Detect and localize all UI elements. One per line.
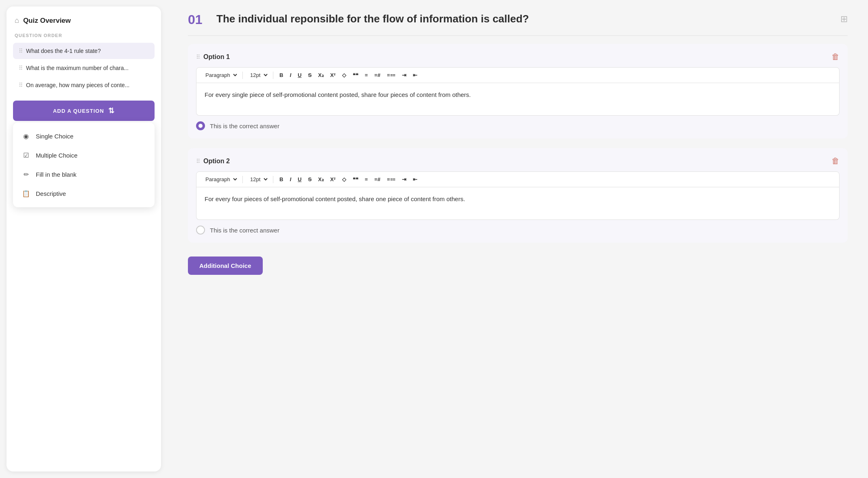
toolbar-divider-2 [273, 72, 273, 79]
question-type-descriptive[interactable]: 📋 Descriptive [13, 184, 155, 203]
question-type-single[interactable]: ◉ Single Choice [13, 127, 155, 146]
option-title-row: ⠿ Option 2 [196, 158, 230, 165]
unordered-list-button[interactable]: ≡ [363, 175, 370, 184]
sidebar-question-item[interactable]: ⠿ What does the 4-1 rule state? [13, 43, 155, 59]
ordered-list-button[interactable]: ≡# [372, 175, 382, 184]
unordered-list-button[interactable]: ≡ [363, 71, 370, 79]
code-button[interactable]: ◇ [340, 71, 348, 79]
drag-handle-icon: ⠿ [19, 82, 22, 88]
option-title-row: ⠿ Option 1 [196, 53, 230, 61]
bold-button[interactable]: B [277, 71, 285, 79]
question-number: 01 [188, 12, 208, 27]
superscript-button[interactable]: X² [328, 175, 338, 184]
additional-choice-button[interactable]: Additional Choice [188, 257, 263, 275]
underline-button[interactable]: U [296, 71, 303, 79]
question-title: The individual reponsible for the flow o… [216, 12, 832, 26]
correct-answer-label-2: This is the correct answer [210, 227, 279, 234]
underline-button[interactable]: U [296, 175, 303, 184]
correct-radio[interactable] [196, 226, 205, 235]
editor-toolbar-1: Paragraph 12pt B I U S X₂ X² ◇ ❝❝ ≡ ≡# ≡… [196, 67, 840, 83]
font-size-select-2[interactable]: 12pt [247, 175, 269, 184]
correct-answer-row-1: This is the correct answer [196, 121, 840, 130]
editor-toolbar-2: Paragraph 12pt B I U S X₂ X² ◇ ❝❝ ≡ ≡# ≡… [196, 171, 840, 187]
multiple-type-label: Multiple Choice [36, 152, 78, 159]
options-container: ⠿ Option 1 🗑 Paragraph 12pt B I U S X₂ [188, 44, 848, 243]
question-header: 01 The individual reponsible for the flo… [188, 12, 848, 36]
bold-button[interactable]: B [277, 175, 285, 184]
copy-icon[interactable]: ⊞ [840, 14, 848, 24]
option-header-2: ⠿ Option 2 🗑 [196, 156, 840, 166]
option-label-2: Option 2 [203, 158, 230, 165]
indent-button[interactable]: ⇥ [400, 175, 408, 184]
descriptive-type-label: Descriptive [36, 190, 66, 197]
ordered-list-button[interactable]: ≡# [372, 71, 382, 79]
question-type-fill[interactable]: ✏ Fill in the blank [13, 165, 155, 184]
main-content: 01 The individual reponsible for the flo… [168, 0, 868, 478]
home-icon: ⌂ [15, 16, 19, 25]
multiple-type-icon: ☑ [22, 151, 30, 159]
add-question-label: ADD A QUESTION [53, 108, 104, 114]
toolbar-divider [242, 72, 243, 79]
italic-button[interactable]: I [288, 71, 293, 79]
question-type-menu: ◉ Single Choice ☑ Multiple Choice ✏ Fill… [13, 123, 155, 207]
drag-handle-icon: ⠿ [19, 65, 22, 71]
question-order-label: QUESTION ORDER [13, 33, 155, 38]
option-label-1: Option 1 [203, 53, 230, 61]
font-size-select-1[interactable]: 12pt [247, 71, 269, 79]
question-type-multiple[interactable]: ☑ Multiple Choice [13, 146, 155, 165]
toolbar-divider-2 [273, 176, 273, 183]
option-drag-handle: ⠿ [196, 54, 199, 60]
toolbar-divider [242, 176, 243, 183]
question-types-list: ◉ Single Choice ☑ Multiple Choice ✏ Fill… [13, 127, 155, 203]
sidebar-header: ⌂ Quiz Overview [13, 16, 155, 25]
arrows-icon: ⇅ [108, 106, 115, 115]
single-type-label: Single Choice [36, 133, 74, 140]
font-style-select-2[interactable]: Paragraph [202, 175, 238, 184]
subscript-button[interactable]: X₂ [316, 175, 326, 184]
single-type-icon: ◉ [22, 132, 30, 140]
question-item-text: What does the 4-1 rule state? [26, 48, 101, 54]
editor-area-2[interactable]: For every four pieces of self-promotiona… [196, 187, 840, 220]
additional-choice-label: Additional Choice [199, 262, 251, 269]
align-button[interactable]: ≡⩵ [385, 71, 397, 79]
quote-button[interactable]: ❝❝ [351, 71, 360, 79]
italic-button[interactable]: I [288, 175, 293, 184]
superscript-button[interactable]: X² [328, 71, 338, 79]
subscript-button[interactable]: X₂ [316, 71, 326, 79]
option-header-1: ⠿ Option 1 🗑 [196, 52, 840, 61]
question-list: ⠿ What does the 4-1 rule state? ⠿ What i… [13, 43, 155, 94]
delete-option-icon-1[interactable]: 🗑 [831, 52, 840, 61]
option-drag-handle: ⠿ [196, 158, 199, 164]
question-item-text: On average, how many pieces of conte... [26, 82, 129, 88]
radio-inner [198, 124, 203, 128]
fill-type-label: Fill in the blank [36, 171, 76, 178]
fill-type-icon: ✏ [22, 171, 30, 178]
option-card-1: ⠿ Option 1 🗑 Paragraph 12pt B I U S X₂ [188, 44, 848, 138]
align-button[interactable]: ≡⩵ [385, 175, 397, 184]
indent-button[interactable]: ⇥ [400, 71, 408, 79]
drag-handle-icon: ⠿ [19, 48, 22, 54]
correct-answer-row-2: This is the correct answer [196, 226, 840, 235]
correct-radio-selected[interactable] [196, 121, 205, 130]
add-question-button[interactable]: ADD A QUESTION ⇅ [13, 101, 155, 121]
code-button[interactable]: ◇ [340, 175, 348, 184]
sidebar-title: Quiz Overview [23, 17, 71, 25]
descriptive-type-icon: 📋 [22, 190, 30, 197]
question-item-text: What is the maximum number of chara... [26, 65, 129, 71]
sidebar-question-item[interactable]: ⠿ On average, how many pieces of conte..… [13, 77, 155, 93]
outdent-button[interactable]: ⇤ [411, 71, 419, 79]
editor-area-1[interactable]: For every single piece of self-promotion… [196, 83, 840, 116]
font-style-select-1[interactable]: Paragraph [202, 71, 238, 79]
quote-button[interactable]: ❝❝ [351, 175, 360, 184]
strikethrough-button[interactable]: S [306, 175, 314, 184]
option-card-2: ⠿ Option 2 🗑 Paragraph 12pt B I U S X₂ [188, 148, 848, 243]
correct-answer-label-1: This is the correct answer [210, 123, 279, 129]
sidebar-question-item[interactable]: ⠿ What is the maximum number of chara... [13, 60, 155, 76]
sidebar: ⌂ Quiz Overview QUESTION ORDER ⠿ What do… [7, 7, 161, 471]
strikethrough-button[interactable]: S [306, 71, 314, 79]
delete-option-icon-2[interactable]: 🗑 [831, 156, 840, 166]
outdent-button[interactable]: ⇤ [411, 175, 419, 184]
